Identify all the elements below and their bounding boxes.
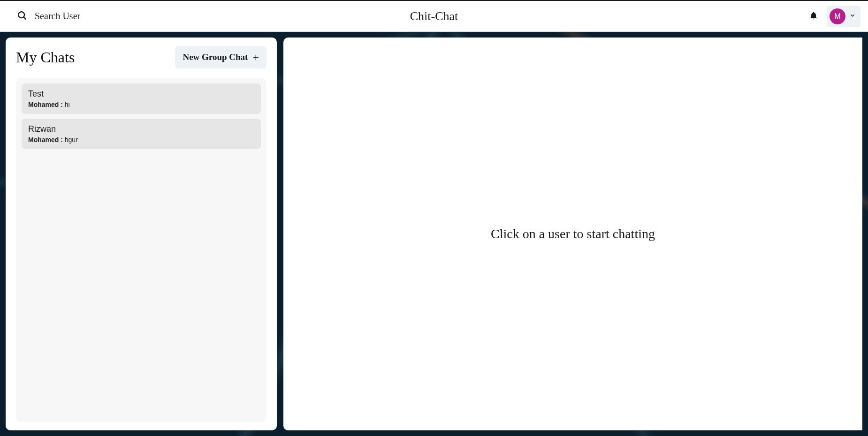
- header: Search User Chit-Chat M: [0, 0, 868, 32]
- chat-item-preview: Mohamed : hi: [28, 101, 254, 108]
- sidebar-header: My Chats New Group Chat +: [16, 46, 266, 68]
- body: My Chats New Group Chat + Test Mohamed :…: [0, 32, 868, 436]
- bell-icon: [809, 14, 818, 22]
- sidebar-title: My Chats: [16, 49, 75, 66]
- header-actions: M: [807, 6, 860, 27]
- chat-item-sender: Mohamed: [28, 136, 59, 143]
- notifications-button[interactable]: [807, 9, 820, 24]
- svg-line-1: [24, 17, 26, 19]
- new-group-chat-button[interactable]: New Group Chat +: [175, 46, 266, 68]
- search-user-button[interactable]: Search User: [8, 10, 80, 23]
- plus-icon: +: [252, 52, 259, 63]
- sidebar: My Chats New Group Chat + Test Mohamed :…: [6, 38, 277, 430]
- new-group-chat-label: New Group Chat: [183, 52, 248, 62]
- app-title: Chit-Chat: [410, 9, 458, 23]
- chat-item-name: Test: [28, 89, 254, 99]
- user-menu-button[interactable]: M: [827, 6, 860, 27]
- search-icon: [17, 10, 27, 23]
- chat-item-preview: Mohamed : hgur: [28, 136, 254, 143]
- chat-list: Test Mohamed : hi Rizwan Mohamed : hgur: [16, 78, 266, 422]
- avatar: M: [830, 8, 845, 24]
- chat-item-sender: Mohamed: [28, 101, 59, 108]
- chat-item-name: Rizwan: [28, 124, 254, 134]
- svg-point-0: [18, 12, 24, 18]
- empty-state-text: Click on a user to start chatting: [491, 226, 655, 241]
- chat-item-message: hi: [65, 101, 70, 108]
- chat-main-panel: Click on a user to start chatting: [283, 38, 862, 430]
- chat-list-item[interactable]: Test Mohamed : hi: [22, 83, 261, 114]
- avatar-initial: M: [834, 12, 840, 21]
- chevron-down-icon: [849, 12, 856, 21]
- search-placeholder-text: Search User: [35, 11, 80, 22]
- chat-list-item[interactable]: Rizwan Mohamed : hgur: [22, 119, 261, 149]
- chat-item-message: hgur: [65, 136, 78, 143]
